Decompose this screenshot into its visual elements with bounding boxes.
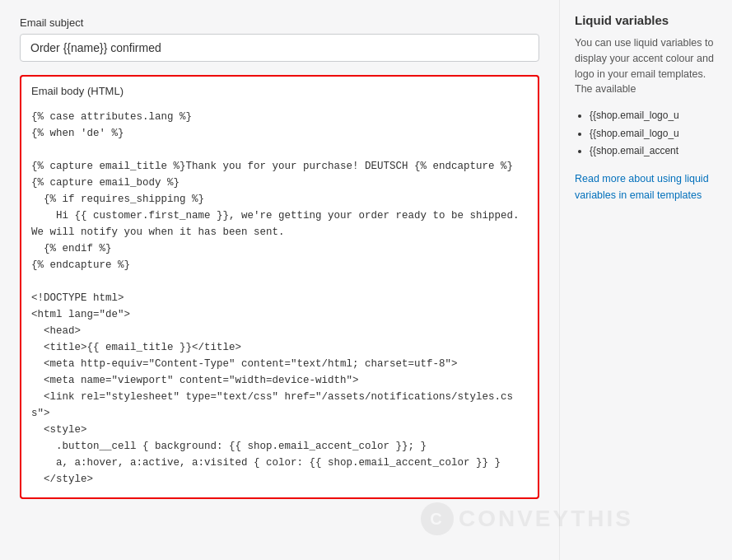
list-item: {{shop.email_logo_u xyxy=(590,125,717,143)
read-more-link[interactable]: Read more about using liquid variables i… xyxy=(575,173,709,201)
email-body-section: Email body (HTML) {% case attributes.lan… xyxy=(20,75,539,499)
main-content: Email subject Email body (HTML) {% case … xyxy=(0,0,559,560)
list-item: {{shop.email_logo_u xyxy=(590,107,717,125)
sidebar-description: You can use liquid variables to display … xyxy=(575,35,717,97)
email-body-label: Email body (HTML) xyxy=(21,77,538,102)
email-subject-section: Email subject xyxy=(20,16,539,62)
list-item: {{shop.email_accent xyxy=(590,142,717,161)
email-subject-label: Email subject xyxy=(20,16,539,29)
email-subject-input[interactable] xyxy=(20,34,539,62)
sidebar-variables-list: {{shop.email_logo_u {{shop.email_logo_u … xyxy=(575,107,717,161)
sidebar: Liquid variables You can use liquid vari… xyxy=(559,0,732,560)
email-body-code[interactable]: {% case attributes.lang %} {% when 'de' … xyxy=(21,102,538,497)
sidebar-title: Liquid variables xyxy=(575,13,717,27)
